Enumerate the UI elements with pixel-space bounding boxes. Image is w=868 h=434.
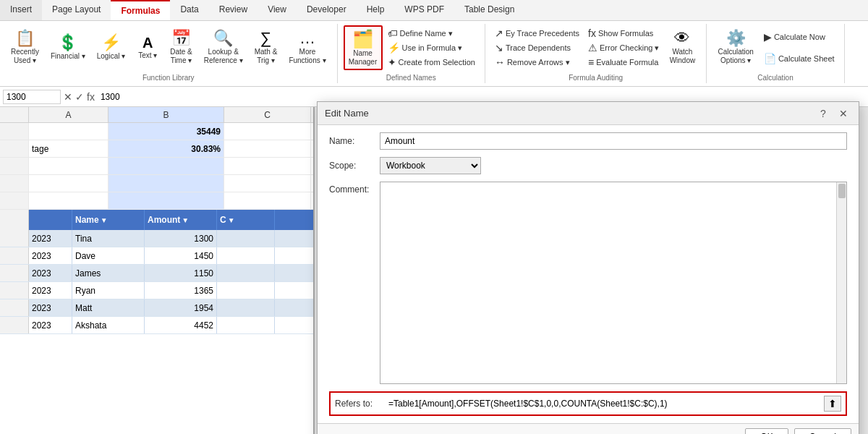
scrollbar-thumb[interactable] (838, 184, 846, 198)
calculate-sheet-button[interactable]: 📄 Calculate Sheet (760, 51, 838, 66)
table-row-2-amount[interactable]: 1450 (145, 247, 217, 264)
table-row-5-year[interactable]: 2023 (29, 299, 72, 316)
cell-a3[interactable] (29, 158, 109, 174)
confirm-formula-icon[interactable]: ✓ (75, 91, 84, 103)
table-row-6-c[interactable] (217, 317, 275, 333)
calculation-options-button[interactable]: ⚙️ CalculationOptions ▾ (712, 26, 758, 69)
error-checking-button[interactable]: ⚠ Error Checking ▾ (584, 41, 663, 55)
col-header-a[interactable]: A (29, 107, 109, 122)
table-row-3-year[interactable]: 2023 (29, 265, 72, 281)
remove-arrows-button[interactable]: ↔ Remove Arrows ▾ (491, 55, 583, 69)
math-icon: ∑ (260, 30, 272, 46)
dialog-close-button[interactable]: ✕ (835, 106, 851, 122)
cell-c3[interactable] (224, 158, 311, 174)
table-col-c[interactable]: C ▼ (217, 210, 275, 230)
tab-view[interactable]: View (258, 0, 297, 20)
logical-button[interactable]: ⚡ Logical ▾ (92, 26, 130, 69)
tab-help[interactable]: Help (357, 0, 395, 20)
col-header-b[interactable]: B (109, 107, 224, 122)
comment-scrollbar[interactable] (836, 182, 846, 383)
col-header-c[interactable]: C (224, 107, 311, 122)
date-time-button[interactable]: 📅 Date &Time ▾ (165, 26, 197, 69)
cell-c2[interactable] (224, 140, 311, 157)
cell-c4[interactable] (224, 175, 311, 192)
table-row-3-name[interactable]: James (72, 265, 145, 281)
table-row-2-c[interactable] (217, 247, 275, 264)
table-c-filter[interactable]: ▼ (228, 216, 235, 224)
table-col-name[interactable]: Name ▼ (72, 210, 145, 230)
cell-a2[interactable]: tage (29, 140, 109, 157)
table-row-1-year[interactable]: 2023 (29, 230, 72, 247)
cancel-formula-icon[interactable]: ✕ (64, 91, 72, 103)
tab-table-design[interactable]: Table Design (454, 0, 524, 20)
use-in-formula-button[interactable]: ⚡ Use in Formula ▾ (384, 41, 479, 55)
table-row-5-amount[interactable]: 1954 (145, 299, 217, 316)
table-row-3-c[interactable] (217, 265, 275, 281)
table-col-year[interactable] (29, 210, 72, 230)
comment-box[interactable] (380, 182, 847, 384)
table-row-1-c[interactable] (217, 230, 275, 247)
trace-precedents-button[interactable]: ↗ Ey Trace Precedents (491, 26, 583, 41)
more-functions-button[interactable]: … MoreFunctions ▾ (284, 26, 331, 69)
table-row-5-c[interactable] (217, 299, 275, 316)
math-trig-button[interactable]: ∑ Math &Trig ▾ (250, 26, 283, 69)
table-row-6-amount[interactable]: 4452 (145, 317, 217, 333)
cell-a5[interactable] (29, 192, 109, 209)
table-row-4-c[interactable] (217, 282, 275, 299)
trace-dependents-button[interactable]: ↘ Trace Dependents (491, 41, 583, 55)
table-row-6-year[interactable]: 2023 (29, 317, 72, 333)
cell-a4[interactable] (29, 175, 109, 192)
create-from-selection-button[interactable]: ✦ Create from Selection (384, 55, 479, 69)
show-formulas-button[interactable]: fx Show Formulas (584, 26, 663, 41)
sheet-row-2: tage 30.83% (0, 140, 313, 158)
table-row-5-name[interactable]: Matt (72, 299, 145, 316)
table-amount-filter[interactable]: ▼ (182, 216, 189, 224)
table-row-6-name[interactable]: Akshata (72, 317, 145, 333)
comment-label: Comment: (329, 182, 380, 384)
cell-c1[interactable] (224, 123, 311, 140)
cell-b5[interactable] (109, 192, 224, 209)
tab-data[interactable]: Data (170, 0, 208, 20)
evaluate-formula-button[interactable]: ≡ Evaluate Formula (584, 55, 663, 69)
cancel-button[interactable]: Cancel (794, 428, 851, 434)
table-row-4-amount[interactable]: 1365 (145, 282, 217, 299)
recently-used-button[interactable]: 📋 RecentlyUsed ▾ (6, 26, 44, 69)
cell-b4[interactable] (109, 175, 224, 192)
table-name-filter[interactable]: ▼ (101, 216, 108, 224)
cell-b3[interactable] (109, 158, 224, 174)
table-col-amount[interactable]: Amount ▼ (145, 210, 217, 230)
cell-a1[interactable] (29, 123, 109, 140)
refers-collapse-button[interactable]: ⬆ (824, 396, 841, 412)
calculate-now-button[interactable]: ▶ Calculate Now (760, 30, 838, 44)
name-input[interactable] (380, 132, 847, 150)
scope-select[interactable]: Workbook (380, 157, 481, 174)
define-name-button[interactable]: 🏷 Define Name ▾ (384, 26, 479, 41)
cell-reference-box[interactable] (3, 90, 61, 104)
table-row-4-name[interactable]: Ryan (72, 282, 145, 299)
table-row-2-year[interactable]: 2023 (29, 247, 72, 264)
table-row-3-amount[interactable]: 1150 (145, 265, 217, 281)
tab-developer[interactable]: Developer (297, 0, 357, 20)
lookup-reference-button[interactable]: 🔍 Lookup &Reference ▾ (199, 26, 248, 69)
tab-page-layout[interactable]: Page Layout (42, 0, 111, 20)
dialog-help-button[interactable]: ? (815, 106, 831, 122)
insert-function-icon[interactable]: fx (87, 91, 95, 103)
table-row-1-name[interactable]: Tina (72, 230, 145, 247)
table-row-2-name[interactable]: Dave (72, 247, 145, 264)
tab-insert[interactable]: Insert (0, 0, 42, 20)
tab-review[interactable]: Review (209, 0, 258, 20)
name-manager-button[interactable]: 🗂️ NameManager (344, 25, 383, 70)
table-row-1-amount[interactable]: 1300 (145, 230, 217, 247)
text-label: Text ▾ (138, 51, 157, 60)
tab-wps-pdf[interactable]: WPS PDF (394, 0, 454, 20)
table-row-4-year[interactable]: 2023 (29, 282, 72, 299)
cell-b1[interactable]: 35449 (109, 123, 224, 140)
watch-window-button[interactable]: 👁 WatchWindow (664, 26, 700, 69)
cell-b2[interactable]: 30.83% (109, 140, 224, 157)
tab-formulas[interactable]: Formulas (111, 0, 170, 20)
cell-c5[interactable] (224, 192, 311, 209)
refers-to-input[interactable] (386, 397, 824, 410)
text-button[interactable]: A Text ▾ (132, 26, 163, 69)
ok-button[interactable]: OK (745, 428, 788, 434)
financial-button[interactable]: 💲 Financial ▾ (46, 26, 90, 69)
